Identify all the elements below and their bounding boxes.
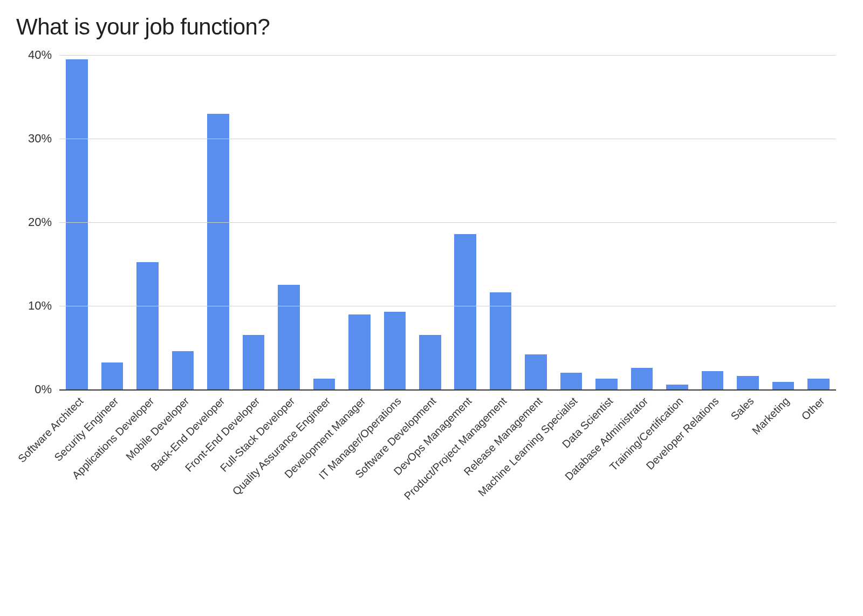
bar	[737, 376, 759, 389]
bar	[172, 351, 194, 389]
plot-area: 0%10%20%30%40%	[59, 55, 836, 391]
y-tick-label: 10%	[28, 299, 59, 313]
bar	[807, 379, 830, 389]
bar	[419, 335, 441, 389]
bar	[207, 114, 229, 390]
bar	[666, 385, 688, 389]
chart-title: What is your job function?	[16, 14, 847, 40]
x-axis: Software ArchitectSecurity EngineerAppli…	[59, 391, 836, 596]
y-tick-label: 0%	[35, 382, 59, 396]
x-tick-label: Mobile Developer	[124, 395, 191, 463]
gridline	[59, 222, 836, 223]
y-tick-label: 40%	[28, 48, 59, 62]
bar	[136, 262, 159, 389]
bar	[631, 368, 653, 389]
bar	[560, 373, 583, 389]
bar	[313, 379, 335, 389]
x-tick-label: Other	[799, 395, 827, 423]
bar	[772, 382, 794, 389]
bar-chart: What is your job function? 0%10%20%30%40…	[0, 0, 863, 616]
y-tick-label: 20%	[28, 215, 59, 229]
bar	[702, 371, 724, 389]
bar	[490, 292, 512, 389]
x-tick-label: Software Architect	[16, 395, 86, 465]
x-tick-label: Security Engineer	[52, 395, 121, 464]
bar	[595, 379, 618, 389]
bar	[101, 362, 124, 389]
y-tick-label: 30%	[28, 132, 59, 146]
gridline	[59, 306, 836, 306]
bar	[525, 354, 547, 389]
x-tick-label: Sales	[729, 395, 757, 423]
bar	[384, 312, 406, 389]
bar	[348, 314, 371, 390]
bar	[66, 59, 88, 389]
gridline	[59, 389, 836, 390]
bar	[454, 234, 476, 389]
x-tick-label: Marketing	[750, 395, 792, 437]
bar	[278, 285, 300, 389]
plot-wrap: 0%10%20%30%40% Software ArchitectSecurit…	[16, 55, 847, 596]
gridline	[59, 139, 836, 139]
gridline	[59, 55, 836, 56]
bar	[243, 335, 265, 389]
